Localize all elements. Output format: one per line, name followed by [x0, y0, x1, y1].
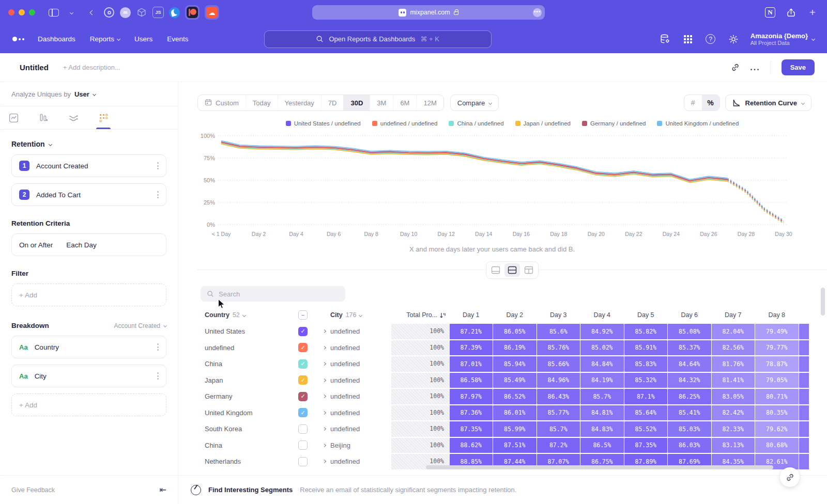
retention-value-cell[interactable]: 86.03%: [668, 438, 711, 453]
expand-chevron-icon[interactable]: [323, 395, 326, 398]
table-only-view-button[interactable]: [521, 263, 537, 277]
retention-value-cell[interactable]: 80.71%: [755, 389, 799, 404]
retention-value-cell[interactable]: 83.13%: [712, 438, 755, 453]
report-title[interactable]: Untitled: [20, 63, 49, 72]
nav-users[interactable]: Users: [134, 35, 152, 43]
row-checkbox[interactable]: ✓: [298, 408, 308, 417]
retention-value-cell[interactable]: 85.41%: [668, 405, 711, 421]
retention-value-cell[interactable]: 82.56%: [712, 340, 755, 356]
retention-value-cell[interactable]: 87.2%: [537, 438, 580, 453]
retention-value-cell[interactable]: 87.36%: [450, 405, 493, 421]
criteria-on-or-after[interactable]: On or After: [19, 241, 53, 249]
nav-dashboards[interactable]: Dashboards: [38, 35, 75, 43]
legend-item[interactable]: United States / undefined: [286, 120, 361, 127]
retention-value-cell[interactable]: 81.76%: [712, 356, 755, 372]
retention-value-cell[interactable]: 87.97%: [450, 389, 493, 404]
retention-value-cell[interactable]: 87.1%: [624, 389, 668, 404]
data-management-icon[interactable]: [660, 34, 671, 45]
chevron-down-icon[interactable]: [49, 142, 52, 146]
close-window-button[interactable]: [8, 9, 14, 15]
new-tab-button[interactable]: +: [806, 6, 819, 19]
compare-button[interactable]: Compare: [450, 94, 499, 111]
retention-value-cell[interactable]: 85.03%: [668, 421, 711, 437]
range-button-custom[interactable]: Custom: [198, 95, 246, 111]
kebab-menu-icon[interactable]: [157, 372, 159, 380]
expand-chevron-icon[interactable]: [323, 460, 326, 463]
row-checkbox[interactable]: [298, 424, 308, 434]
notion-pinned-tab-icon[interactable]: N: [765, 7, 775, 18]
retention-value-cell[interactable]: 85.76%: [537, 340, 580, 356]
retention-value-cell[interactable]: 86.19%: [493, 340, 537, 356]
legend-item[interactable]: Japan / undefined: [515, 120, 571, 127]
retention-value-cell[interactable]: 79.49%: [755, 324, 799, 339]
tab-funnels[interactable]: [35, 106, 52, 129]
retention-value-cell[interactable]: 84.84%: [580, 356, 624, 372]
retention-value-cell[interactable]: 84.32%: [668, 373, 711, 388]
breakdown-event-selector[interactable]: Account Created: [114, 322, 166, 329]
range-button-7d[interactable]: 7D: [321, 95, 344, 111]
day-column-header[interactable]: Day 6: [668, 311, 712, 319]
retention-value-cell[interactable]: 80.68%: [755, 438, 799, 453]
chevron-down-icon[interactable]: [93, 92, 96, 96]
give-feedback-link[interactable]: Give Feedback: [11, 486, 55, 494]
range-button-3m[interactable]: 3M: [370, 95, 393, 111]
day-column-header[interactable]: Day 1: [449, 311, 493, 319]
share-link-fab[interactable]: [780, 467, 800, 487]
range-button-12m[interactable]: 12M: [416, 95, 443, 111]
tab-overview-chevron-icon[interactable]: [65, 6, 78, 19]
retention-value-cell[interactable]: 84.64%: [668, 356, 711, 372]
retention-section-title[interactable]: Retention: [11, 140, 45, 148]
extension-soundcloud-chip[interactable]: ☁: [205, 5, 219, 20]
retention-value-cell[interactable]: 86.58%: [450, 373, 493, 388]
retention-value-cell[interactable]: 85.49%: [493, 373, 537, 388]
sidebar-toggle-icon[interactable]: [48, 6, 60, 19]
split-view-button[interactable]: [504, 263, 520, 277]
retention-value-cell[interactable]: 82.04%: [712, 324, 755, 339]
retention-value-cell[interactable]: 82.33%: [712, 421, 755, 437]
retention-value-cell[interactable]: 86.25%: [668, 389, 711, 404]
extension-browser-icon[interactable]: [169, 7, 180, 18]
retention-value-cell[interactable]: 85.08%: [668, 324, 711, 339]
kebab-menu-icon[interactable]: [157, 191, 159, 198]
day-column-header[interactable]: Day 4: [580, 311, 624, 319]
retention-value-cell[interactable]: 87.01%: [450, 356, 493, 372]
retention-value-cell[interactable]: 85.02%: [580, 340, 624, 356]
retention-value-cell[interactable]: 86.43%: [537, 389, 580, 404]
retention-value-cell[interactable]: 84.92%: [580, 324, 624, 339]
day-column-header[interactable]: Day 2: [493, 311, 537, 319]
tab-flows[interactable]: [65, 106, 82, 129]
horizontal-scrollbar[interactable]: [426, 465, 773, 469]
retention-value-cell[interactable]: 85.37%: [668, 340, 711, 356]
range-button-today[interactable]: Today: [246, 95, 278, 111]
expand-chevron-icon[interactable]: [323, 427, 326, 431]
expand-chevron-icon[interactable]: [323, 329, 326, 333]
retention-value-cell[interactable]: 85.91%: [624, 340, 668, 356]
retention-value-cell[interactable]: 85.7%: [580, 389, 624, 404]
retention-value-cell[interactable]: 85.64%: [624, 405, 668, 421]
retention-value-cell[interactable]: 85.7%: [537, 421, 580, 437]
percent-values-toggle[interactable]: %: [702, 95, 719, 111]
retention-value-cell[interactable]: 83.05%: [712, 389, 755, 404]
step-card-added-to-cart[interactable]: 2 Added To Cart: [11, 183, 166, 206]
save-button[interactable]: Save: [782, 59, 815, 75]
global-search[interactable]: Open Reports & Dashboards ⌘ + K: [264, 30, 492, 48]
nav-events[interactable]: Events: [167, 35, 188, 43]
retention-value-cell[interactable]: 86.01%: [493, 405, 537, 421]
extension-1password-icon[interactable]: [103, 7, 115, 18]
filter-add-button[interactable]: + Add: [11, 284, 166, 306]
retention-value-cell[interactable]: 85.83%: [624, 356, 668, 372]
zoom-window-button[interactable]: [29, 9, 35, 15]
legend-item[interactable]: China / undefined: [449, 120, 503, 127]
retention-value-cell[interactable]: 87.51%: [493, 438, 537, 453]
range-button-yesterday[interactable]: Yesterday: [278, 95, 321, 111]
retention-value-cell[interactable]: 86.52%: [493, 389, 537, 404]
row-checkbox[interactable]: [298, 440, 308, 450]
retention-value-cell[interactable]: 82.42%: [712, 405, 755, 421]
row-checkbox[interactable]: ✓: [298, 359, 308, 369]
day-column-header[interactable]: Day 8: [755, 311, 799, 319]
back-button[interactable]: [86, 6, 98, 19]
url-more-icon[interactable]: •••: [533, 8, 542, 17]
project-selector[interactable]: Amazonia {Demo} All Project Data: [751, 32, 815, 46]
extension-m-icon[interactable]: m: [120, 7, 131, 18]
retention-value-cell[interactable]: 85.6%: [537, 324, 580, 339]
